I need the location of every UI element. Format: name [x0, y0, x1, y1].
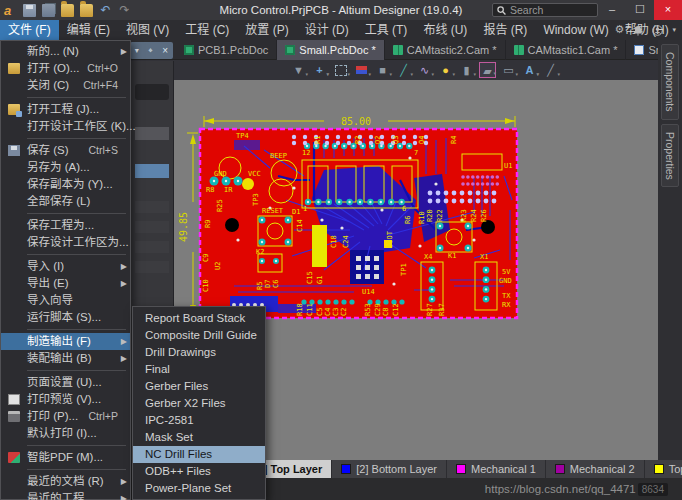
file-menu-item[interactable]: 保存 (S)Ctrl+S [1, 142, 130, 159]
file-menu-item[interactable]: 关闭 (C)Ctrl+F4 [1, 77, 130, 94]
menu-item-label: 打开设计工作区 (K)... [27, 118, 136, 135]
fab-output-item[interactable]: Composite Drill Guide [133, 327, 265, 344]
fab-output-item[interactable]: Mask Set [133, 429, 265, 446]
menubar-item[interactable]: 布线 (U) [415, 20, 475, 40]
file-menu-item[interactable]: 导入向导 [1, 292, 130, 309]
file-menu-item[interactable]: 页面设置 (U)... [1, 374, 130, 391]
fab-output-item[interactable]: Report Board Stack [133, 310, 265, 327]
file-menu-item[interactable]: 装配输出 (B)▶ [1, 350, 130, 367]
file-menu-item[interactable]: 另存为 (A)... [1, 159, 130, 176]
chevron-down-icon[interactable]: ▾ [135, 46, 139, 55]
room-icon[interactable]: ▭ [500, 62, 517, 78]
menubar-item[interactable]: 工程 (C) [177, 20, 237, 40]
move-icon[interactable]: + [311, 62, 328, 78]
string-icon[interactable]: A [521, 62, 538, 78]
document-tab[interactable]: PCB1.PcbDoc [176, 40, 277, 60]
polygon-pour-icon[interactable]: ▰ [479, 62, 496, 78]
save-icon[interactable] [23, 4, 36, 17]
file-menu-item[interactable]: 智能PDF (M)... [1, 449, 130, 466]
panel-tab-properties[interactable]: Properties [661, 124, 679, 188]
file-menu-item[interactable]: 运行脚本 (S)... [1, 309, 130, 326]
file-menu-item[interactable]: 保存副本为 (Y)... [1, 176, 130, 193]
pad-icon[interactable]: ▮ [458, 62, 475, 78]
open-project-icon[interactable] [80, 4, 93, 17]
silkscreen-label: 5V [502, 268, 511, 276]
file-menu-item[interactable]: 打开工程 (J)... [1, 101, 130, 118]
panel-item-dark [135, 84, 169, 100]
menubar-item[interactable]: 工具 (T) [357, 20, 416, 40]
silkscreen-label: D1 [292, 208, 300, 216]
undo-icon[interactable]: ↶ [99, 4, 112, 17]
layer-tab[interactable]: Mechanical 2 [546, 460, 645, 478]
file-menu-item[interactable]: 导出 (E)▶ [1, 275, 130, 292]
select-icon[interactable] [332, 62, 349, 78]
settings-gear-icon[interactable]: ⚙ [615, 20, 625, 40]
silkscreen-label: BOOT [386, 230, 394, 248]
file-menu-item[interactable]: 默认打印 (I)... [1, 425, 130, 442]
fill-icon[interactable]: ■ [374, 62, 391, 78]
layer-color-swatch [456, 464, 466, 474]
silkscreen-label: R6 [404, 216, 412, 224]
file-menu-item[interactable]: 保存设计工作区为... [1, 234, 130, 251]
filter-icon[interactable]: ▼ [290, 62, 307, 78]
file-menu-item[interactable]: 新的... (N)▶ [1, 43, 130, 60]
user-account-icon[interactable] [652, 25, 663, 36]
menubar-item[interactable]: 视图 (V) [118, 20, 177, 40]
layer-tab[interactable]: Top Overlay [645, 460, 682, 478]
menubar-item[interactable]: 放置 (P) [237, 20, 296, 40]
pcb-toolbar: ▼+■╱∿●▮▰▭A╱ [130, 60, 682, 80]
fab-output-item[interactable]: Gerber Files [133, 378, 265, 395]
menu-item-label: 打开 (O)... [27, 60, 79, 77]
save-all-icon[interactable] [42, 4, 55, 17]
open-document-icon[interactable] [61, 4, 74, 17]
fab-output-item[interactable]: Final [133, 361, 265, 378]
document-tab[interactable]: CAMtastic1.Cam * [506, 40, 627, 60]
layer-tab-label: [2] Bottom Layer [356, 463, 437, 475]
file-menu-item[interactable]: 最近的文档 (R)▶ [1, 473, 130, 490]
fab-output-item[interactable]: Gerber X2 Files [133, 395, 265, 412]
smart-pdf-icon [8, 452, 20, 463]
close-icon[interactable]: × [162, 45, 168, 56]
panel-item-selected[interactable] [135, 164, 169, 178]
redo-icon[interactable]: ↷ [118, 4, 131, 17]
file-menu-item[interactable]: 打开 (O)...Ctrl+O [1, 60, 130, 77]
layer-tab[interactable]: Mechanical 1 [447, 460, 546, 478]
layer-tab[interactable]: [2] Bottom Layer [332, 460, 447, 478]
user-menu-caret-icon[interactable]: ▾ [672, 26, 676, 34]
menubar-item[interactable]: 报告 (R) [475, 20, 535, 40]
document-tab[interactable]: Small.PcbDoc * [277, 40, 384, 60]
fab-output-item[interactable]: Drill Drawings [133, 344, 265, 361]
menubar-item[interactable]: 设计 (D) [297, 20, 357, 40]
menubar-item[interactable]: 文件 (F) [0, 20, 59, 40]
interactive-route-icon[interactable]: ∿ [416, 62, 433, 78]
minimize-button[interactable]: – [598, 0, 626, 20]
file-menu-item[interactable]: 打印预览 (V)... [1, 391, 130, 408]
menubar-item[interactable]: Window (W) [535, 20, 616, 40]
close-button[interactable]: × [654, 0, 682, 20]
file-menu-item[interactable]: 打开设计工作区 (K)... [1, 118, 130, 135]
file-menu-item[interactable]: 打印 (P)...Ctrl+P [1, 408, 130, 425]
file-menu-item[interactable]: 制造输出 (F)▶ [1, 333, 130, 350]
search-box[interactable] [492, 3, 598, 17]
submenu-arrow-icon: ▶ [121, 350, 127, 367]
via-icon[interactable]: ● [437, 62, 454, 78]
silkscreen-label: U14 [362, 288, 375, 296]
notifications-bell-icon[interactable] [633, 25, 643, 36]
file-menu-item[interactable]: 保存工程为... [1, 217, 130, 234]
fab-output-item[interactable]: ODB++ Files [133, 463, 265, 480]
panel-tab-components[interactable]: Components [661, 44, 679, 120]
file-menu-item[interactable]: 全部保存 (L) [1, 193, 130, 210]
search-input[interactable] [510, 4, 590, 16]
menubar-item[interactable]: 编辑 (E) [59, 20, 118, 40]
fab-output-item[interactable]: Power-Plane Set [133, 480, 265, 497]
line-icon[interactable]: ╱ [542, 62, 559, 78]
file-menu-item[interactable]: 导入 (I)▶ [1, 258, 130, 275]
fab-output-item[interactable]: IPC-2581 [133, 412, 265, 429]
file-menu-item[interactable]: 最近的工程▶ [1, 490, 130, 500]
fab-output-item[interactable]: NC Drill Files [133, 446, 265, 463]
board-layers-icon[interactable] [353, 62, 370, 78]
maximize-button[interactable]: ☐ [626, 0, 654, 20]
document-tab[interactable]: CAMtastic2.Cam * [385, 40, 506, 60]
measure-icon[interactable]: ╱ [395, 62, 412, 78]
pin-icon[interactable]: ⌖ [148, 46, 153, 56]
